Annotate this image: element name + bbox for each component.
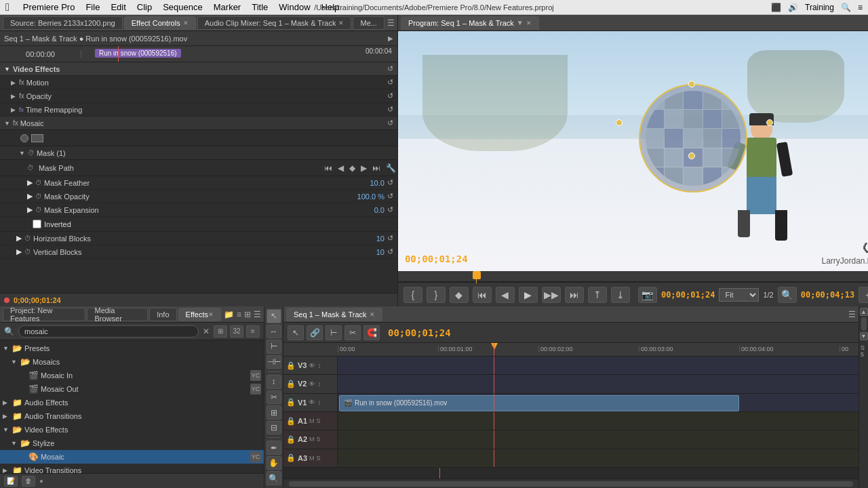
effect-row-motion[interactable]: ▶ fx Motion ↺ bbox=[0, 76, 397, 89]
tree-item-mosaic-out[interactable]: 🎬 Mosaic Out YC bbox=[0, 382, 264, 396]
tree-item-mosaics[interactable]: ▼ 📂 Mosaics bbox=[0, 355, 264, 369]
new-bin-icon[interactable]: 📁 bbox=[224, 310, 234, 319]
mask-opacity-reset[interactable]: ↺ bbox=[387, 192, 393, 201]
tab-program-monitor[interactable]: Program: Seq 1 – Mask & Track ▼ ✕ bbox=[401, 16, 539, 30]
video-effects-section[interactable]: ▼ Video Effects ↺ bbox=[0, 62, 397, 76]
a3-lock-icon[interactable]: 🔒 bbox=[286, 453, 296, 462]
horizontal-blocks-row[interactable]: ▶ ⏱ Horizontal Blocks 10 ↺ bbox=[0, 232, 397, 245]
v3-eye-icon[interactable]: 👁 bbox=[309, 362, 315, 369]
h-blocks-reset[interactable]: ↺ bbox=[387, 234, 393, 243]
pen-tool-btn[interactable]: ✒ bbox=[267, 441, 281, 455]
search-btn-3[interactable]: ≡ bbox=[246, 325, 260, 338]
tab-source[interactable]: Source: Berries 2133x1200.png bbox=[3, 16, 123, 30]
a2-s-btn[interactable]: S bbox=[317, 436, 321, 443]
a1-lock-icon[interactable]: 🔒 bbox=[286, 417, 296, 426]
razor-tool-btn[interactable]: ✂ bbox=[267, 390, 281, 405]
v2-sync-icon[interactable]: ↕ bbox=[317, 380, 321, 388]
menu-title[interactable]: Title bbox=[252, 2, 268, 12]
a1-s-btn[interactable]: S bbox=[317, 418, 321, 424]
timeline-scrollbar[interactable] bbox=[283, 479, 859, 488]
mask-expansion-row[interactable]: ▶ ⏱ Mask Expansion 0.0 ↺ bbox=[0, 203, 397, 217]
tree-item-audio-transitions[interactable]: ▶ 📁 Audio Transitions bbox=[0, 409, 264, 423]
prog-extract-btn[interactable]: ⤓ bbox=[611, 287, 630, 303]
v1-sync-icon[interactable]: ↕ bbox=[317, 399, 321, 406]
mosaic-reset-btn[interactable]: ↺ bbox=[387, 119, 393, 127]
select-tool-btn[interactable]: ↖ bbox=[267, 309, 281, 323]
scroll-up-btn[interactable]: ▲ bbox=[860, 308, 868, 316]
mask-feather-reset[interactable]: ↺ bbox=[387, 178, 393, 187]
seq-tool-razor-btn[interactable]: ✂ bbox=[344, 325, 361, 340]
zoom-tool-btn[interactable]: 🔍 bbox=[267, 471, 281, 485]
search-btn-2[interactable]: 32 bbox=[230, 325, 243, 338]
prog-play-btn[interactable]: ▶ bbox=[519, 287, 538, 303]
mosaic-anchor-right[interactable] bbox=[766, 119, 773, 126]
video-effects-reset[interactable]: ↺ bbox=[387, 64, 393, 73]
list-view-icon[interactable]: ≡ bbox=[237, 310, 241, 319]
tab-me[interactable]: Me... bbox=[353, 16, 384, 30]
prog-go-out-btn[interactable]: ⏭ bbox=[565, 287, 584, 303]
panel-menu-icon[interactable]: ☰ bbox=[387, 18, 395, 28]
scroll-thumb[interactable] bbox=[861, 317, 867, 331]
mask-path-tool-btn[interactable]: 🔧 bbox=[384, 163, 397, 174]
menu-window[interactable]: Window bbox=[279, 2, 310, 12]
effect-row-opacity[interactable]: ▶ fx Opacity ↺ bbox=[0, 89, 397, 103]
tree-item-audio-effects[interactable]: ▶ 📁 Audio Effects bbox=[0, 396, 264, 409]
prog-go-in-btn[interactable]: ⏮ bbox=[473, 287, 492, 303]
mask-path-last-btn[interactable]: ⏭ bbox=[371, 163, 382, 174]
opacity-reset[interactable]: ↺ bbox=[387, 92, 393, 100]
v3-sync-icon[interactable]: ↕ bbox=[317, 362, 321, 369]
prog-mark-out-btn[interactable]: } bbox=[427, 287, 446, 303]
v1-clip[interactable]: 🎬 Run in snow (000592516).mov bbox=[339, 395, 739, 411]
ripple-edit-tool-btn[interactable]: ⊢ bbox=[267, 340, 281, 354]
program-tab-close-icon[interactable]: ✕ bbox=[526, 20, 532, 26]
tab-project[interactable]: Project: New Features bbox=[3, 308, 85, 321]
mosaic-ellipse-btn[interactable] bbox=[20, 134, 28, 142]
menu-marker[interactable]: Marker bbox=[214, 2, 241, 12]
prog-settings-btn[interactable]: 🔍 bbox=[778, 287, 797, 303]
mosaic-anchor-top[interactable] bbox=[688, 81, 695, 87]
timeline-scrollbar-thumb[interactable] bbox=[289, 481, 853, 487]
mask-path-prev-btn[interactable]: ◀ bbox=[336, 163, 345, 174]
a2-lock-icon[interactable]: 🔒 bbox=[286, 435, 296, 444]
prog-add-marker-btn[interactable]: ◆ bbox=[450, 287, 469, 303]
a3-m-btn[interactable]: M bbox=[309, 455, 315, 462]
tree-item-video-transitions[interactable]: ▶ 📁 Video Transitions bbox=[0, 464, 264, 473]
slide-tool-btn[interactable]: ⊟ bbox=[267, 421, 281, 435]
tree-item-mosaic-effect[interactable]: 🎨 Mosaic YC bbox=[0, 450, 264, 464]
hand-tool-btn[interactable]: ✋ bbox=[267, 456, 281, 470]
a3-s-btn[interactable]: S bbox=[317, 455, 321, 462]
seq-tab-close-icon[interactable]: ✕ bbox=[370, 311, 375, 318]
v1-eye-icon[interactable]: 👁 bbox=[309, 399, 315, 406]
right-scrollbar[interactable]: ▲ ▼ S 5 bbox=[859, 306, 868, 488]
search-icon[interactable]: 🔍 bbox=[841, 3, 851, 12]
close-effect-controls-icon[interactable]: ✕ bbox=[183, 20, 189, 26]
search-btn-1[interactable]: ⊞ bbox=[214, 325, 227, 338]
tab-audio-clip-mixer[interactable]: Audio Clip Mixer: Seq 1 – Mask & Track ✕ bbox=[197, 16, 352, 30]
tab-media-browser[interactable]: Media Browser bbox=[87, 308, 148, 321]
mosaic-rect-btn[interactable] bbox=[31, 134, 43, 142]
seq-tool-arrow-btn[interactable]: ↖ bbox=[288, 325, 304, 340]
prog-step-fwd-btn[interactable]: ▶▶ bbox=[542, 287, 561, 303]
menu-file[interactable]: File bbox=[85, 2, 100, 12]
effect-row-time-remapping[interactable]: ▶ fx Time Remapping ↺ bbox=[0, 103, 397, 117]
menu-premiere-pro[interactable]: Premiere Pro bbox=[23, 2, 75, 12]
prog-mark-in-btn[interactable]: { bbox=[403, 287, 422, 303]
new-item-btn[interactable]: 📝 bbox=[4, 476, 18, 487]
vertical-blocks-row[interactable]: ▶ ⏱ Vertical Blocks 10 ↺ bbox=[0, 245, 397, 259]
seq-tab-main[interactable]: Seq 1 – Mask & Track ✕ bbox=[286, 308, 382, 321]
rate-stretch-tool-btn[interactable]: ↕ bbox=[267, 375, 281, 389]
scroll-down-btn[interactable]: ▼ bbox=[860, 332, 868, 340]
tree-item-stylize[interactable]: ▼ 📂 Stylize bbox=[0, 436, 264, 450]
menu-edit[interactable]: Edit bbox=[111, 2, 125, 12]
prog-step-back-btn[interactable]: ◀ bbox=[496, 287, 515, 303]
seq-tool-snap-btn[interactable]: 🧲 bbox=[363, 325, 380, 340]
a1-m-btn[interactable]: M bbox=[309, 418, 315, 424]
mask-expansion-reset[interactable]: ↺ bbox=[387, 205, 393, 214]
mask-header[interactable]: ▼ ⏱ Mask (1) bbox=[0, 146, 397, 160]
project-settings-icon[interactable]: ☰ bbox=[254, 310, 261, 319]
tree-item-video-effects[interactable]: ▼ 📂 Video Effects bbox=[0, 423, 264, 436]
v1-lock-icon[interactable]: 🔒 bbox=[286, 398, 296, 407]
program-tab-dropdown-icon[interactable]: ▼ bbox=[517, 19, 524, 26]
effects-tab-close[interactable]: ✕ bbox=[208, 311, 214, 318]
mask-path-add-btn[interactable]: ◆ bbox=[348, 163, 357, 174]
